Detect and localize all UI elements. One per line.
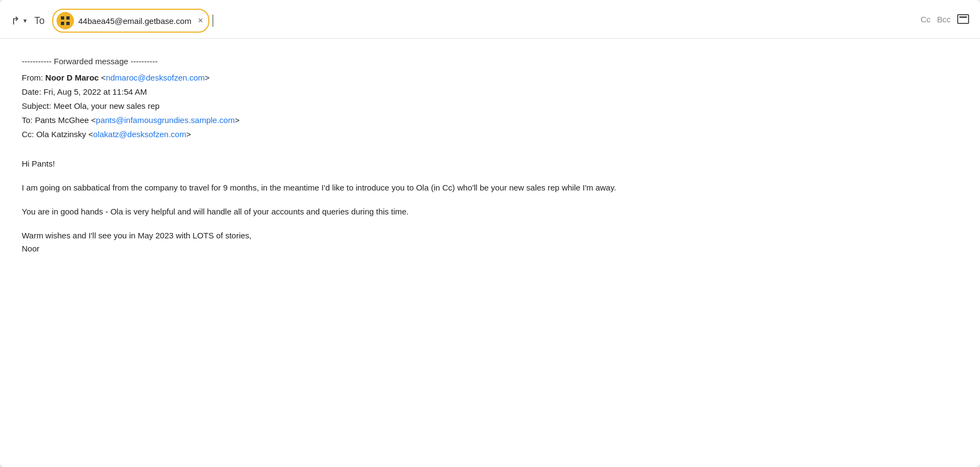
to-field: To: Pants McGhee <pants@infamousgrundies… [22,114,958,127]
remove-recipient-button[interactable]: × [198,16,203,26]
bcc-button[interactable]: Bcc [937,15,951,24]
closing: Warm wishes and I'll see you in May 2023… [22,229,958,255]
to-field-label: To: [22,115,35,125]
signature: Noor [22,242,958,255]
cc-email-link[interactable]: olakatz@desksofzen.com [93,130,186,139]
from-label: From: [22,73,45,82]
from-field: From: Noor D Maroc <ndmaroc@desksofzen.c… [22,71,958,84]
recipient-email: 44baea45@email.getbase.com [78,16,191,26]
date-value: Fri, Aug 5, 2022 at 11:54 AM [44,87,147,96]
cc-field: Cc: Ola Katzinsky <olakatz@desksofzen.co… [22,128,958,141]
cc-button[interactable]: Cc [921,15,931,24]
forward-icon[interactable]: ↱ [11,14,20,27]
forwarded-divider: ----------- Forwarded message ---------- [22,55,958,68]
minimize-window-button[interactable] [957,14,969,24]
to-field-value: Pants McGhee < [35,115,96,125]
body-text: Hi Pants! I am going on sabbatical from … [22,157,958,255]
header-area: ↱ ▾ To 44baea45@email.getbase.com × Cc B… [0,0,980,39]
text-cursor [213,15,213,27]
date-field: Date: Fri, Aug 5, 2022 at 11:54 AM [22,85,958,99]
to-close: > [235,115,240,125]
subject-value: Meet Ola, your new sales rep [53,101,159,110]
email-body: ----------- Forwarded message ----------… [0,39,980,467]
to-label: To [34,15,45,27]
paragraph1: I am going on sabbatical from the compan… [22,181,958,194]
svg-rect-0 [61,16,64,20]
svg-rect-3 [66,22,70,25]
svg-rect-2 [61,22,64,25]
greeting: Hi Pants! [22,157,958,170]
recipient-chip[interactable]: 44baea45@email.getbase.com × [52,9,209,33]
cc-bcc-area: Cc Bcc [921,14,969,24]
svg-rect-1 [66,16,70,20]
email-compose-window: ↱ ▾ To 44baea45@email.getbase.com × Cc B… [0,0,980,467]
cc-close: > [186,130,191,139]
cc-field-value: Ola Katzinsky < [36,130,94,139]
date-label: Date: [22,87,44,96]
subject-label: Subject: [22,101,53,110]
to-email-link[interactable]: pants@infamousgrundies.sample.com [96,115,234,125]
from-name: Noor D Maroc [45,73,98,82]
from-email-link[interactable]: ndmaroc@desksofzen.com [106,73,205,82]
avatar [57,12,74,29]
cc-field-label: Cc: [22,130,36,139]
dropdown-arrow-icon[interactable]: ▾ [23,17,27,24]
paragraph2: You are in good hands - Ola is very help… [22,205,958,218]
subject-field: Subject: Meet Ola, your new sales rep [22,100,958,113]
closing-text: Warm wishes and I'll see you in May 2023… [22,229,958,242]
